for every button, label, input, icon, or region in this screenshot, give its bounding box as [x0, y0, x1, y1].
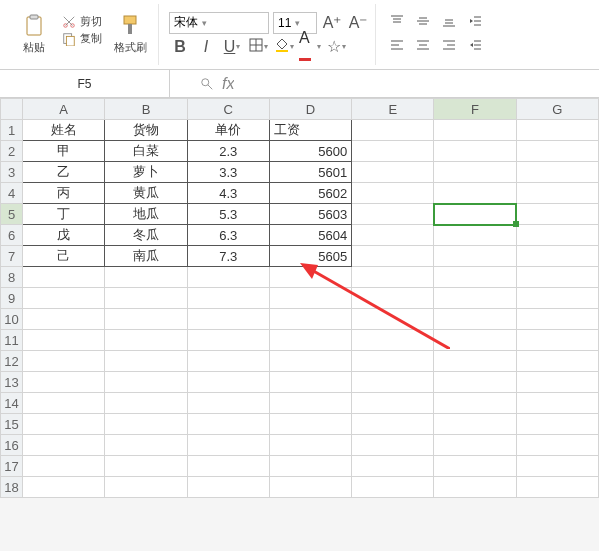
- cell-E2[interactable]: [352, 141, 434, 162]
- cell-D4[interactable]: 5602: [269, 183, 351, 204]
- cell-C17[interactable]: [187, 456, 269, 477]
- align-right-button[interactable]: [438, 36, 460, 58]
- cell-C4[interactable]: 4.3: [187, 183, 269, 204]
- cell-G12[interactable]: [516, 351, 598, 372]
- row-header-5[interactable]: 5: [1, 204, 23, 225]
- cell-E15[interactable]: [352, 414, 434, 435]
- cell-G5[interactable]: [516, 204, 598, 225]
- cell-A18[interactable]: [23, 477, 105, 498]
- cell-B9[interactable]: [105, 288, 187, 309]
- cell-G4[interactable]: [516, 183, 598, 204]
- cell-G16[interactable]: [516, 435, 598, 456]
- cell-D1[interactable]: 工资: [269, 120, 351, 141]
- decrease-indent-button[interactable]: [464, 12, 486, 34]
- formula-input[interactable]: [234, 70, 599, 97]
- cell-A17[interactable]: [23, 456, 105, 477]
- row-header-1[interactable]: 1: [1, 120, 23, 141]
- cell-F7[interactable]: [434, 246, 516, 267]
- cell-B17[interactable]: [105, 456, 187, 477]
- row-header-13[interactable]: 13: [1, 372, 23, 393]
- increase-indent-button[interactable]: [464, 36, 486, 58]
- cell-A9[interactable]: [23, 288, 105, 309]
- cell-B8[interactable]: [105, 267, 187, 288]
- cell-D11[interactable]: [269, 330, 351, 351]
- cell-E10[interactable]: [352, 309, 434, 330]
- cell-F15[interactable]: [434, 414, 516, 435]
- cell-C5[interactable]: 5.3: [187, 204, 269, 225]
- paste-button[interactable]: 粘贴: [12, 14, 56, 55]
- align-center-button[interactable]: [412, 36, 434, 58]
- cell-D10[interactable]: [269, 309, 351, 330]
- cell-G1[interactable]: [516, 120, 598, 141]
- cell-C13[interactable]: [187, 372, 269, 393]
- cell-G13[interactable]: [516, 372, 598, 393]
- cell-A2[interactable]: 甲: [23, 141, 105, 162]
- row-header-15[interactable]: 15: [1, 414, 23, 435]
- cell-C16[interactable]: [187, 435, 269, 456]
- cell-G7[interactable]: [516, 246, 598, 267]
- cell-B10[interactable]: [105, 309, 187, 330]
- cell-E5[interactable]: [352, 204, 434, 225]
- cell-A3[interactable]: 乙: [23, 162, 105, 183]
- phonetic-button[interactable]: ☆▾: [325, 36, 347, 58]
- row-header-12[interactable]: 12: [1, 351, 23, 372]
- cell-E14[interactable]: [352, 393, 434, 414]
- cell-C2[interactable]: 2.3: [187, 141, 269, 162]
- cell-F16[interactable]: [434, 435, 516, 456]
- cell-C8[interactable]: [187, 267, 269, 288]
- cell-C15[interactable]: [187, 414, 269, 435]
- align-left-button[interactable]: [386, 36, 408, 58]
- bold-button[interactable]: B: [169, 36, 191, 58]
- cell-F3[interactable]: [434, 162, 516, 183]
- cell-F5[interactable]: [434, 204, 516, 225]
- name-box[interactable]: F5: [0, 70, 170, 97]
- cell-G3[interactable]: [516, 162, 598, 183]
- cell-C12[interactable]: [187, 351, 269, 372]
- cell-D7[interactable]: 5605: [269, 246, 351, 267]
- decrease-font-button[interactable]: A⁻: [347, 12, 369, 34]
- cell-B4[interactable]: 黄瓜: [105, 183, 187, 204]
- cell-C18[interactable]: [187, 477, 269, 498]
- cell-C9[interactable]: [187, 288, 269, 309]
- align-top-button[interactable]: [386, 12, 408, 34]
- italic-button[interactable]: I: [195, 36, 217, 58]
- column-header-A[interactable]: A: [23, 99, 105, 120]
- font-name-select[interactable]: 宋体▾: [169, 12, 269, 34]
- column-header-E[interactable]: E: [352, 99, 434, 120]
- cell-F11[interactable]: [434, 330, 516, 351]
- cell-G9[interactable]: [516, 288, 598, 309]
- cell-B18[interactable]: [105, 477, 187, 498]
- cell-D6[interactable]: 5604: [269, 225, 351, 246]
- cell-D2[interactable]: 5600: [269, 141, 351, 162]
- cell-G2[interactable]: [516, 141, 598, 162]
- cell-A12[interactable]: [23, 351, 105, 372]
- cell-E17[interactable]: [352, 456, 434, 477]
- column-header-F[interactable]: F: [434, 99, 516, 120]
- row-header-3[interactable]: 3: [1, 162, 23, 183]
- cell-E1[interactable]: [352, 120, 434, 141]
- row-header-9[interactable]: 9: [1, 288, 23, 309]
- cell-A4[interactable]: 丙: [23, 183, 105, 204]
- cell-G18[interactable]: [516, 477, 598, 498]
- cell-B2[interactable]: 白菜: [105, 141, 187, 162]
- cell-F2[interactable]: [434, 141, 516, 162]
- cell-B7[interactable]: 南瓜: [105, 246, 187, 267]
- cell-B6[interactable]: 冬瓜: [105, 225, 187, 246]
- cell-D14[interactable]: [269, 393, 351, 414]
- cell-E7[interactable]: [352, 246, 434, 267]
- cell-E13[interactable]: [352, 372, 434, 393]
- cell-B15[interactable]: [105, 414, 187, 435]
- cell-F18[interactable]: [434, 477, 516, 498]
- cell-D12[interactable]: [269, 351, 351, 372]
- cell-A1[interactable]: 姓名: [23, 120, 105, 141]
- align-bottom-button[interactable]: [438, 12, 460, 34]
- cell-C10[interactable]: [187, 309, 269, 330]
- cell-F14[interactable]: [434, 393, 516, 414]
- cell-G6[interactable]: [516, 225, 598, 246]
- row-header-2[interactable]: 2: [1, 141, 23, 162]
- cell-A7[interactable]: 己: [23, 246, 105, 267]
- row-header-4[interactable]: 4: [1, 183, 23, 204]
- borders-button[interactable]: ▾: [247, 36, 269, 58]
- font-color-button[interactable]: A▾: [299, 36, 321, 58]
- cell-A11[interactable]: [23, 330, 105, 351]
